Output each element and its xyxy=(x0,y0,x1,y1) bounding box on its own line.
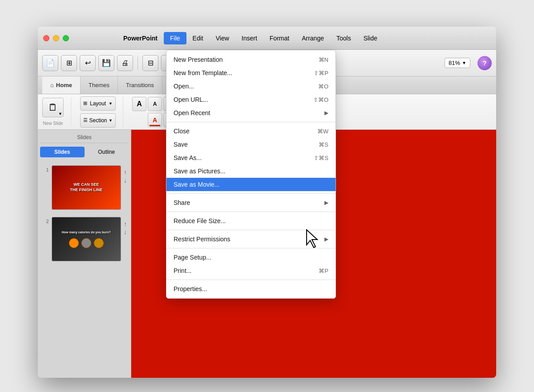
menu-item-restrict-permissions-label: Restrict Permissions xyxy=(174,236,231,243)
menu-item-save-as-pictures[interactable]: Save as Pictures... xyxy=(166,164,336,178)
menu-item-open[interactable]: Open... ⌘O xyxy=(166,80,336,93)
menu-item-new-from-template[interactable]: New from Template... ⇧⌘P xyxy=(166,66,336,80)
menu-item-new-presentation-label: New Presentation xyxy=(174,56,223,63)
menu-item-save-as[interactable]: Save As... ⇧⌘S xyxy=(166,151,336,164)
menu-item-page-setup[interactable]: Page Setup... xyxy=(166,251,336,264)
divider-4 xyxy=(166,230,336,230)
app-window: PowerPoint File Edit View Insert Format … xyxy=(38,27,496,378)
menu-item-properties[interactable]: Properties... xyxy=(166,282,336,296)
menu-item-reduce-file-size-label: Reduce File Size... xyxy=(174,217,226,224)
open-recent-submenu-icon: ▶ xyxy=(324,110,328,116)
file-dropdown-menu: New Presentation ⌘N New from Template...… xyxy=(166,50,336,299)
divider-6 xyxy=(166,280,336,280)
menu-item-close-label: Close xyxy=(174,128,190,135)
menu-item-share[interactable]: Share ▶ xyxy=(166,196,336,209)
menu-item-open-recent[interactable]: Open Recent ▶ xyxy=(166,106,336,120)
divider-5 xyxy=(166,248,336,248)
menu-item-close-shortcut: ⌘W xyxy=(317,128,328,135)
menu-item-close[interactable]: Close ⌘W xyxy=(166,124,336,138)
menu-item-open-recent-label: Open Recent xyxy=(174,109,210,116)
menu-item-reduce-file-size[interactable]: Reduce File Size... xyxy=(166,214,336,228)
menu-item-new-from-template-label: New from Template... xyxy=(174,69,232,76)
menu-item-save[interactable]: Save ⌘S xyxy=(166,138,336,151)
menu-item-new-presentation[interactable]: New Presentation ⌘N xyxy=(166,53,336,66)
menu-item-new-from-template-shortcut: ⇧⌘P xyxy=(314,70,328,76)
menu-item-print-label: Print... xyxy=(174,267,191,274)
menu-item-save-as-shortcut: ⇧⌘S xyxy=(314,155,328,161)
dropdown-overlay: New Presentation ⌘N New from Template...… xyxy=(38,27,496,378)
menu-item-print[interactable]: Print... ⌘P xyxy=(166,264,336,277)
menu-item-open-url[interactable]: Open URL... ⇧⌘O xyxy=(166,93,336,106)
menu-item-open-label: Open... xyxy=(174,83,194,90)
menu-item-properties-label: Properties... xyxy=(174,285,207,292)
menu-item-print-shortcut: ⌘P xyxy=(319,268,328,274)
divider-2 xyxy=(166,193,336,194)
menu-item-save-shortcut: ⌘S xyxy=(319,141,328,148)
menu-item-page-setup-label: Page Setup... xyxy=(174,254,211,261)
menu-item-open-url-shortcut: ⇧⌘O xyxy=(313,96,328,103)
divider-1 xyxy=(166,122,336,122)
menu-item-save-as-movie-label: Save as Movie... xyxy=(174,181,220,188)
restrict-permissions-submenu-icon: ▶ xyxy=(324,236,328,242)
menu-item-open-url-label: Open URL... xyxy=(174,96,208,103)
menu-item-save-as-pictures-label: Save as Pictures... xyxy=(174,168,226,175)
menu-item-save-as-label: Save As... xyxy=(174,154,202,161)
menu-item-new-presentation-shortcut: ⌘N xyxy=(319,56,328,63)
menu-item-share-label: Share xyxy=(174,199,190,206)
share-submenu-icon: ▶ xyxy=(324,200,328,206)
menu-item-open-shortcut: ⌘O xyxy=(318,83,328,90)
menu-item-save-label: Save xyxy=(174,141,188,148)
menu-item-restrict-permissions[interactable]: Restrict Permissions ▶ xyxy=(166,232,336,246)
divider-3 xyxy=(166,212,336,212)
menu-item-save-as-movie[interactable]: Save as Movie... xyxy=(166,178,336,191)
